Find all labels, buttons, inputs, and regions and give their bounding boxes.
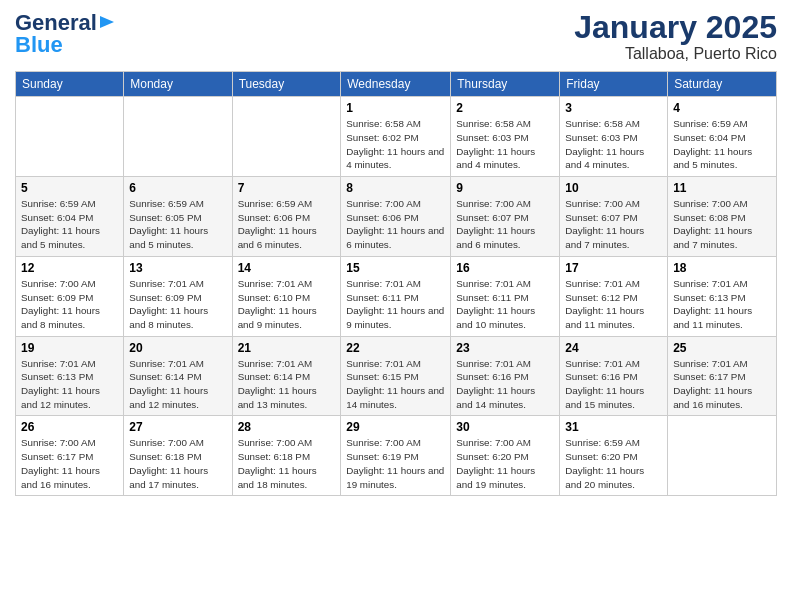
day-number: 3	[565, 101, 662, 115]
day-info: Sunrise: 7:00 AMSunset: 6:09 PMDaylight:…	[21, 277, 118, 332]
day-info: Sunrise: 7:01 AMSunset: 6:16 PMDaylight:…	[456, 357, 554, 412]
day-info: Sunrise: 7:01 AMSunset: 6:16 PMDaylight:…	[565, 357, 662, 412]
calendar-cell: 15Sunrise: 7:01 AMSunset: 6:11 PMDayligh…	[341, 256, 451, 336]
calendar-cell: 1Sunrise: 6:58 AMSunset: 6:02 PMDaylight…	[341, 97, 451, 177]
day-number: 29	[346, 420, 445, 434]
day-number: 9	[456, 181, 554, 195]
day-number: 24	[565, 341, 662, 355]
calendar-week-2: 5Sunrise: 6:59 AMSunset: 6:04 PMDaylight…	[16, 177, 777, 257]
day-info: Sunrise: 7:01 AMSunset: 6:09 PMDaylight:…	[129, 277, 226, 332]
day-number: 31	[565, 420, 662, 434]
logo-arrow-icon	[98, 13, 116, 31]
day-number: 22	[346, 341, 445, 355]
col-monday: Monday	[124, 72, 232, 97]
calendar-cell: 2Sunrise: 6:58 AMSunset: 6:03 PMDaylight…	[451, 97, 560, 177]
logo-text-area: General Blue	[15, 10, 116, 58]
day-info: Sunrise: 7:00 AMSunset: 6:19 PMDaylight:…	[346, 436, 445, 491]
day-info: Sunrise: 7:01 AMSunset: 6:14 PMDaylight:…	[238, 357, 336, 412]
day-number: 10	[565, 181, 662, 195]
day-number: 5	[21, 181, 118, 195]
calendar-cell: 7Sunrise: 6:59 AMSunset: 6:06 PMDaylight…	[232, 177, 341, 257]
day-info: Sunrise: 6:58 AMSunset: 6:03 PMDaylight:…	[456, 117, 554, 172]
calendar-cell: 27Sunrise: 7:00 AMSunset: 6:18 PMDayligh…	[124, 416, 232, 496]
day-number: 2	[456, 101, 554, 115]
calendar-cell	[124, 97, 232, 177]
day-info: Sunrise: 7:00 AMSunset: 6:17 PMDaylight:…	[21, 436, 118, 491]
calendar-cell: 13Sunrise: 7:01 AMSunset: 6:09 PMDayligh…	[124, 256, 232, 336]
calendar-week-4: 19Sunrise: 7:01 AMSunset: 6:13 PMDayligh…	[16, 336, 777, 416]
day-number: 30	[456, 420, 554, 434]
calendar-cell: 16Sunrise: 7:01 AMSunset: 6:11 PMDayligh…	[451, 256, 560, 336]
title-area: January 2025 Tallaboa, Puerto Rico	[574, 10, 777, 63]
day-number: 23	[456, 341, 554, 355]
day-number: 28	[238, 420, 336, 434]
day-info: Sunrise: 7:01 AMSunset: 6:13 PMDaylight:…	[21, 357, 118, 412]
calendar-cell: 8Sunrise: 7:00 AMSunset: 6:06 PMDaylight…	[341, 177, 451, 257]
page-container: General Blue January 2025 Tallaboa, Puer…	[0, 0, 792, 506]
logo-blue: Blue	[15, 32, 63, 58]
calendar-cell: 14Sunrise: 7:01 AMSunset: 6:10 PMDayligh…	[232, 256, 341, 336]
day-number: 13	[129, 261, 226, 275]
calendar-cell: 18Sunrise: 7:01 AMSunset: 6:13 PMDayligh…	[668, 256, 777, 336]
calendar-header-row: Sunday Monday Tuesday Wednesday Thursday…	[16, 72, 777, 97]
day-info: Sunrise: 7:00 AMSunset: 6:07 PMDaylight:…	[565, 197, 662, 252]
calendar-cell: 12Sunrise: 7:00 AMSunset: 6:09 PMDayligh…	[16, 256, 124, 336]
calendar-cell: 9Sunrise: 7:00 AMSunset: 6:07 PMDaylight…	[451, 177, 560, 257]
day-info: Sunrise: 7:00 AMSunset: 6:07 PMDaylight:…	[456, 197, 554, 252]
day-info: Sunrise: 6:58 AMSunset: 6:02 PMDaylight:…	[346, 117, 445, 172]
day-number: 6	[129, 181, 226, 195]
day-info: Sunrise: 7:01 AMSunset: 6:11 PMDaylight:…	[346, 277, 445, 332]
calendar-cell: 17Sunrise: 7:01 AMSunset: 6:12 PMDayligh…	[560, 256, 668, 336]
calendar-cell: 6Sunrise: 6:59 AMSunset: 6:05 PMDaylight…	[124, 177, 232, 257]
col-wednesday: Wednesday	[341, 72, 451, 97]
day-number: 12	[21, 261, 118, 275]
calendar-cell: 23Sunrise: 7:01 AMSunset: 6:16 PMDayligh…	[451, 336, 560, 416]
day-info: Sunrise: 7:00 AMSunset: 6:08 PMDaylight:…	[673, 197, 771, 252]
day-number: 15	[346, 261, 445, 275]
calendar-cell: 19Sunrise: 7:01 AMSunset: 6:13 PMDayligh…	[16, 336, 124, 416]
day-info: Sunrise: 6:59 AMSunset: 6:04 PMDaylight:…	[673, 117, 771, 172]
day-number: 4	[673, 101, 771, 115]
day-info: Sunrise: 6:59 AMSunset: 6:05 PMDaylight:…	[129, 197, 226, 252]
calendar-cell: 20Sunrise: 7:01 AMSunset: 6:14 PMDayligh…	[124, 336, 232, 416]
calendar-week-3: 12Sunrise: 7:00 AMSunset: 6:09 PMDayligh…	[16, 256, 777, 336]
month-title: January 2025	[574, 10, 777, 45]
calendar-cell: 5Sunrise: 6:59 AMSunset: 6:04 PMDaylight…	[16, 177, 124, 257]
calendar-cell: 24Sunrise: 7:01 AMSunset: 6:16 PMDayligh…	[560, 336, 668, 416]
calendar-cell: 25Sunrise: 7:01 AMSunset: 6:17 PMDayligh…	[668, 336, 777, 416]
calendar-cell: 10Sunrise: 7:00 AMSunset: 6:07 PMDayligh…	[560, 177, 668, 257]
calendar-cell	[668, 416, 777, 496]
day-info: Sunrise: 7:01 AMSunset: 6:12 PMDaylight:…	[565, 277, 662, 332]
calendar-week-5: 26Sunrise: 7:00 AMSunset: 6:17 PMDayligh…	[16, 416, 777, 496]
calendar-week-1: 1Sunrise: 6:58 AMSunset: 6:02 PMDaylight…	[16, 97, 777, 177]
col-sunday: Sunday	[16, 72, 124, 97]
day-number: 17	[565, 261, 662, 275]
day-info: Sunrise: 6:59 AMSunset: 6:04 PMDaylight:…	[21, 197, 118, 252]
day-number: 19	[21, 341, 118, 355]
day-number: 1	[346, 101, 445, 115]
calendar-cell: 29Sunrise: 7:00 AMSunset: 6:19 PMDayligh…	[341, 416, 451, 496]
calendar-cell: 22Sunrise: 7:01 AMSunset: 6:15 PMDayligh…	[341, 336, 451, 416]
calendar-cell: 21Sunrise: 7:01 AMSunset: 6:14 PMDayligh…	[232, 336, 341, 416]
calendar-table: Sunday Monday Tuesday Wednesday Thursday…	[15, 71, 777, 496]
day-info: Sunrise: 6:59 AMSunset: 6:06 PMDaylight:…	[238, 197, 336, 252]
col-friday: Friday	[560, 72, 668, 97]
day-number: 20	[129, 341, 226, 355]
day-number: 14	[238, 261, 336, 275]
day-number: 21	[238, 341, 336, 355]
day-number: 8	[346, 181, 445, 195]
day-info: Sunrise: 7:01 AMSunset: 6:11 PMDaylight:…	[456, 277, 554, 332]
logo: General Blue	[15, 10, 116, 58]
day-number: 25	[673, 341, 771, 355]
day-info: Sunrise: 7:00 AMSunset: 6:06 PMDaylight:…	[346, 197, 445, 252]
day-info: Sunrise: 7:01 AMSunset: 6:14 PMDaylight:…	[129, 357, 226, 412]
day-info: Sunrise: 7:00 AMSunset: 6:20 PMDaylight:…	[456, 436, 554, 491]
col-saturday: Saturday	[668, 72, 777, 97]
day-info: Sunrise: 6:58 AMSunset: 6:03 PMDaylight:…	[565, 117, 662, 172]
day-info: Sunrise: 7:01 AMSunset: 6:13 PMDaylight:…	[673, 277, 771, 332]
day-number: 11	[673, 181, 771, 195]
calendar-cell: 30Sunrise: 7:00 AMSunset: 6:20 PMDayligh…	[451, 416, 560, 496]
col-tuesday: Tuesday	[232, 72, 341, 97]
day-number: 27	[129, 420, 226, 434]
location: Tallaboa, Puerto Rico	[574, 45, 777, 63]
